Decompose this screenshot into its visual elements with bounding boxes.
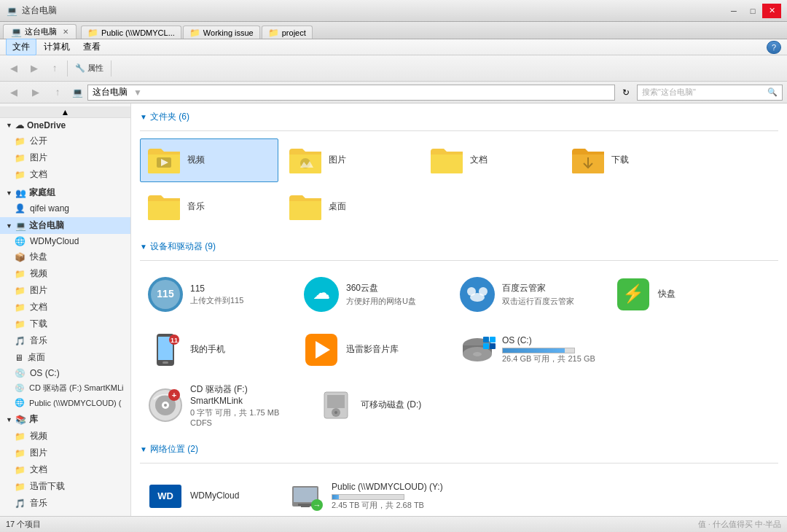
- dxunlei-name: 迅雷影音片库: [346, 343, 399, 356]
- pc-docs-icon: 📁: [15, 302, 26, 313]
- d360-name: 360云盘: [346, 282, 416, 294]
- folder-item-desktop[interactable]: 桌面: [281, 185, 420, 229]
- dosc-sub: 26.4 GB 可用，共 215 GB: [502, 353, 595, 364]
- properties-icon: 🔧: [75, 63, 85, 73]
- dosc-progress-bar: [502, 348, 575, 353]
- forward-button[interactable]: ▶: [25, 59, 44, 78]
- device-item-osc[interactable]: OS (C:) 26.4 GB 可用，共 215 GB: [452, 324, 627, 376]
- network-item-public[interactable]: → Public (\\WDMYCLOUD) (Y:) 2.45 TB 可用，共…: [281, 471, 456, 516]
- location-icon: 💻: [70, 85, 85, 100]
- sidebar-item-wdmycloud[interactable]: 🌐 WDMyCloud: [0, 234, 130, 249]
- dphone-info: 我的手机: [190, 343, 225, 357]
- sidebar-item-photos[interactable]: 📁 图片: [0, 149, 130, 166]
- toolbar-separator-2: [111, 60, 111, 77]
- sidebar-item-lib-music[interactable]: 🎵 音乐: [0, 495, 130, 512]
- sidebar-scroll-up[interactable]: ▲: [0, 106, 130, 118]
- sidebar-header-onedrive[interactable]: ▼ ☁ OneDrive: [0, 118, 130, 133]
- folders-section-title[interactable]: ▼ 文件夹 (6): [140, 109, 778, 125]
- search-box[interactable]: 搜索"这台电脑" 🔍: [637, 85, 783, 101]
- device-item-xunlei[interactable]: 迅雷影音片库: [296, 324, 449, 376]
- folder-item-photos[interactable]: 图片: [281, 138, 420, 182]
- sidebar-item-lib-photos[interactable]: 📁 图片: [0, 445, 130, 461]
- sidebar-item-lib-docs[interactable]: 📁 文档: [0, 461, 130, 478]
- sidebar-item-qifei[interactable]: 👤 qifei wang: [0, 201, 130, 216]
- sidebar-item-docs[interactable]: 📁 文档: [0, 166, 130, 183]
- device-item-phone[interactable]: 11 我的手机: [140, 324, 293, 376]
- videos-label: 视频: [187, 154, 205, 166]
- sidebar-item-lib-xunlei[interactable]: 📁 迅雷下载: [0, 478, 130, 495]
- device-item-360[interactable]: ☁ 360云盘 方便好用的网络U盘: [296, 268, 449, 321]
- addr-up-button[interactable]: ↑: [48, 83, 67, 102]
- window-title: 这台电脑: [22, 4, 57, 17]
- sidebar-header-thispc[interactable]: ▼ 💻 这台电脑: [0, 217, 130, 234]
- device-item-baidu[interactable]: 百度云管家 双击运行百度云管家: [452, 268, 605, 321]
- svg-rect-44: [301, 506, 310, 507]
- sidebar-header-homegroup[interactable]: ▼ 👥 家庭组: [0, 184, 130, 201]
- dosc-icon: [458, 331, 496, 369]
- folder-item-music[interactable]: 音乐: [140, 185, 278, 229]
- menu-file[interactable]: 文件: [6, 39, 36, 55]
- status-count: 17 个项目: [6, 519, 41, 530]
- sidebar-item-pc-public[interactable]: 🌐 Public (\\WDMYCLOUD) (: [0, 396, 130, 410]
- address-dropdown-icon[interactable]: ▼: [133, 87, 142, 98]
- sidebar-item-lib-videos[interactable]: 📁 视频: [0, 428, 130, 445]
- device-item-removable[interactable]: 可移动磁盘 (D:): [310, 379, 463, 431]
- maximize-button[interactable]: □: [743, 4, 762, 18]
- breadcrumb-tab-public[interactable]: 📁 Public (\\WDMYCL...: [81, 26, 181, 39]
- sidebar-item-pc-cdf[interactable]: 💿 CD 驱动器 (F:) SmartKMLi: [0, 380, 130, 396]
- sidebar-section-homegroup: ▼ 👥 家庭组 👤 qifei wang: [0, 184, 130, 216]
- sidebar-item-pc-photos[interactable]: 📁 图片: [0, 282, 130, 299]
- svg-point-32: [164, 404, 167, 407]
- breadcrumb-tab-working[interactable]: 📁 Working issue: [183, 26, 260, 39]
- d115-name: 115: [190, 283, 243, 294]
- nwdmycloud-info: WDMyCloud: [190, 490, 239, 502]
- tab-icon: 💻: [11, 27, 22, 37]
- sidebar-item-pc-videos[interactable]: 📁 视频: [0, 265, 130, 282]
- menu-bar: 文件 计算机 查看 ?: [0, 39, 787, 55]
- network-item-wdmycloud[interactable]: WD WDMyCloud: [140, 471, 278, 516]
- network-divider: [140, 463, 778, 463]
- folders-grid: 视频 图片: [140, 138, 778, 229]
- addr-forward-button[interactable]: ▶: [26, 83, 45, 102]
- network-arrow-icon: ▼: [140, 445, 147, 453]
- sidebar-item-pc-downloads[interactable]: 📁 下载: [0, 316, 130, 332]
- public-icon: 📁: [15, 136, 26, 146]
- pc-videos-label: 视频: [30, 267, 47, 280]
- tab-thispc[interactable]: 💻 这台电脑 ✕: [3, 24, 77, 39]
- menu-computer[interactable]: 计算机: [38, 39, 76, 55]
- sidebar-item-pc-osc[interactable]: 💿 OS (C:): [0, 366, 130, 380]
- up-button[interactable]: ↑: [45, 59, 64, 78]
- address-breadcrumb[interactable]: 这台电脑 ▼: [87, 85, 615, 101]
- tab-close-icon[interactable]: ✕: [63, 28, 68, 36]
- properties-button[interactable]: 🔧 属性: [71, 58, 108, 79]
- sidebar-header-library[interactable]: ▼ 📚 库: [0, 411, 130, 428]
- sidebar-item-public[interactable]: 📁 公开: [0, 133, 130, 149]
- sidebar-item-pc-docs[interactable]: 📁 文档: [0, 299, 130, 316]
- network-section-title[interactable]: ▼ 网络位置 (2): [140, 442, 778, 457]
- search-icon[interactable]: 🔍: [767, 87, 778, 97]
- folder-item-downloads[interactable]: 下载: [564, 138, 702, 182]
- device-item-kuaipan[interactable]: ⚡ 快盘: [608, 268, 761, 321]
- device-item-115[interactable]: 115 115 上传文件到115: [140, 268, 293, 321]
- menu-view[interactable]: 查看: [77, 39, 106, 55]
- folder-item-videos[interactable]: 视频: [140, 138, 278, 182]
- folder-item-docs[interactable]: 文档: [423, 138, 561, 182]
- npublic-progress-fill: [332, 495, 339, 499]
- sidebar-item-pc-desktop[interactable]: 🖥 桌面: [0, 349, 130, 366]
- back-button[interactable]: ◀: [4, 59, 23, 78]
- svg-point-11: [470, 293, 485, 302]
- sidebar-header-network[interactable]: ▼ 🌐 网络: [0, 513, 130, 516]
- svg-rect-26: [483, 343, 489, 349]
- addr-back-button[interactable]: ◀: [4, 83, 23, 102]
- refresh-button[interactable]: ↻: [618, 85, 634, 101]
- sidebar-item-kuaipan[interactable]: 📦 快盘: [0, 249, 130, 265]
- minimize-button[interactable]: ─: [724, 4, 743, 18]
- breadcrumb-tab-project[interactable]: 📁 project: [262, 26, 313, 39]
- devices-section-title[interactable]: ▼ 设备和驱动器 (9): [140, 239, 778, 254]
- help-button[interactable]: ?: [767, 41, 781, 54]
- device-item-cd[interactable]: + CD 驱动器 (F:) SmartKMLink 0 字节 可用，共 1.75…: [140, 379, 308, 431]
- npublic-name: Public (\\WDMYCLOUD) (Y:): [332, 482, 443, 492]
- sidebar-item-pc-music[interactable]: 🎵 音乐: [0, 332, 130, 349]
- close-button[interactable]: ✕: [762, 4, 781, 18]
- folders-divider: [140, 130, 778, 131]
